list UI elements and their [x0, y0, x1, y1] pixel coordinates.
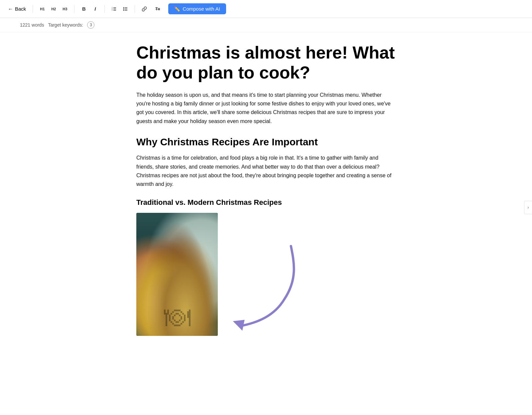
toolbar-divider-4: [135, 5, 135, 13]
article-paragraph-1[interactable]: Christmas is a time for celebration, and…: [136, 154, 396, 189]
ordered-list-icon: 1 2 3: [111, 6, 117, 12]
h2-button[interactable]: H2: [48, 4, 59, 14]
chevron-right-icon: ›: [528, 205, 529, 210]
compose-with-ai-button[interactable]: ✏️ Compose with AI: [168, 3, 226, 14]
h1-button[interactable]: H1: [37, 4, 48, 14]
image-section: [136, 213, 396, 336]
target-keywords-label: Target keywords:: [48, 22, 83, 28]
toolbar-divider-2: [74, 5, 74, 13]
clear-format-icon: Tx: [155, 7, 160, 11]
editor-area[interactable]: Christmas is almost here! What do you pl…: [116, 32, 416, 356]
article-title[interactable]: Christmas is almost here! What do you pl…: [136, 43, 396, 83]
right-panel-toggle[interactable]: ›: [524, 201, 532, 214]
curved-arrow-svg: [218, 213, 318, 336]
arrow-annotation: [218, 213, 318, 336]
back-arrow-icon: ←: [8, 6, 13, 12]
h3-button[interactable]: H3: [60, 4, 70, 14]
svg-point-10: [123, 8, 124, 9]
svg-point-9: [123, 7, 124, 8]
heading-format-group: H1 H2 H3: [37, 4, 70, 14]
article-intro[interactable]: The holiday season is upon us, and that …: [136, 91, 396, 126]
italic-button[interactable]: I: [90, 4, 100, 14]
article-heading-2-1[interactable]: Why Christmas Recipes Are Important: [136, 136, 396, 148]
toolbar-divider-3: [104, 5, 105, 13]
keyword-count-badge: 3: [87, 21, 94, 29]
list-format-group: 1 2 3: [109, 4, 131, 14]
link-icon: [142, 6, 147, 12]
back-label: Back: [15, 6, 26, 12]
article-heading-3-1[interactable]: Traditional vs. Modern Christmas Recipes: [136, 198, 396, 207]
back-button[interactable]: ← Back: [5, 5, 29, 13]
toolbar-divider-1: [33, 5, 33, 13]
ordered-list-button[interactable]: 1 2 3: [109, 4, 119, 14]
unordered-list-button[interactable]: [120, 4, 131, 14]
text-format-group: B I: [78, 4, 100, 14]
ai-wand-icon: ✏️: [174, 6, 180, 12]
svg-point-11: [123, 10, 124, 11]
compose-label: Compose with AI: [183, 6, 220, 12]
svg-text:3: 3: [112, 9, 113, 11]
link-button[interactable]: [139, 4, 150, 14]
unordered-list-icon: [123, 6, 128, 12]
toolbar: ← Back H1 H2 H3 B I 1 2 3: [0, 0, 532, 18]
article-image[interactable]: [136, 213, 218, 336]
clear-format-button[interactable]: Tx: [152, 4, 163, 14]
stats-bar: 1221 words Target keywords: 3: [0, 18, 532, 32]
word-count: 1221 words: [20, 22, 44, 28]
bold-button[interactable]: B: [78, 4, 89, 14]
